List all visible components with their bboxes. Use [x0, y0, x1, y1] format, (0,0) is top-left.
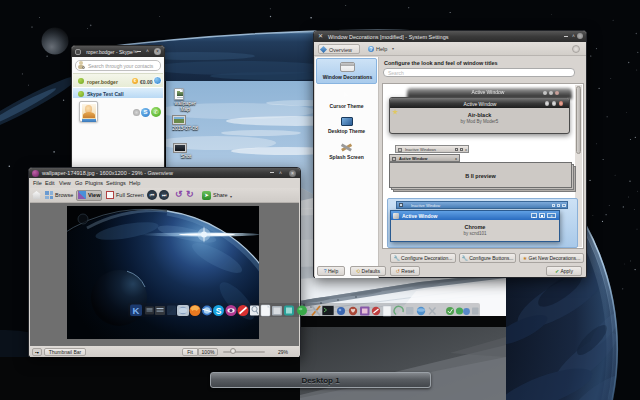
svg-text:S: S: [216, 306, 222, 316]
svg-text:K: K: [133, 305, 140, 316]
